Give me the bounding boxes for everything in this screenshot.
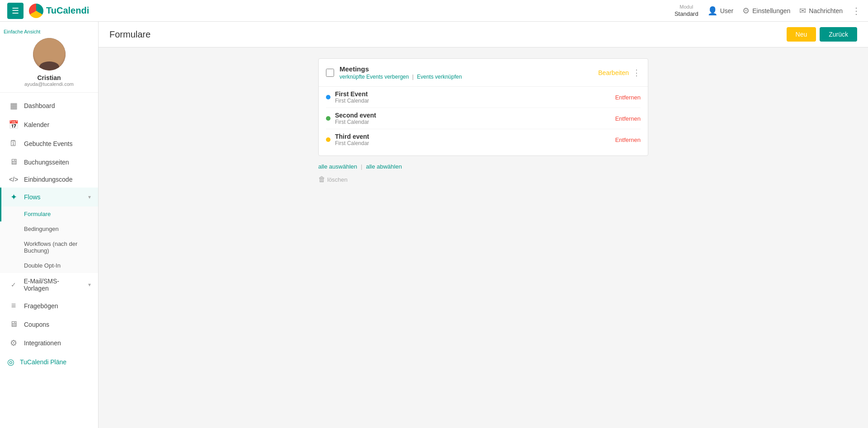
nachrichten-nav-item[interactable]: ✉ Nachrichten xyxy=(799,6,843,16)
trash-icon: 🗑 xyxy=(318,175,326,183)
page-title: Formulare xyxy=(109,29,151,40)
einstellungen-label: Einstellungen xyxy=(752,7,790,14)
event-name: First Event xyxy=(335,90,615,98)
form-card-events: First Event First Calendar Entfernen Sec… xyxy=(319,87,648,155)
code-icon: </> xyxy=(9,176,19,183)
sidebar-item-kalender[interactable]: 📅 Kalender xyxy=(0,115,98,134)
logo-area: TuCalendi xyxy=(29,4,89,18)
profile-email: ayuda@tucalendi.com xyxy=(24,81,74,87)
sidebar-item-workflows[interactable]: Workflows (nach der Buchung) xyxy=(0,236,98,258)
more-options-button[interactable]: ⋮ xyxy=(632,68,641,78)
gear-icon: ⚙ xyxy=(742,6,750,16)
sidebar-item-flows[interactable]: ✦ Flows ▾ xyxy=(0,188,98,207)
user-nav-item[interactable]: 👤 User xyxy=(708,6,734,16)
modul-value: Standard xyxy=(675,10,698,17)
user-icon: 👤 xyxy=(708,6,717,16)
sidebar-item-label: Dashboard xyxy=(24,102,55,109)
topnav-right: Modul Standard 👤 User ⚙ Einstellungen ✉ … xyxy=(675,4,861,18)
sidebar-item-double-opt-in[interactable]: Double Opt-In xyxy=(0,258,98,273)
modul-area: Modul Standard xyxy=(675,4,698,18)
dashboard-icon: ▦ xyxy=(9,101,19,111)
deselect-all-link[interactable]: alle abwählen xyxy=(366,163,402,170)
bottom-section: alle auswählen | alle abwählen 🗑 löschen xyxy=(318,163,648,183)
header-buttons: Neu Zurück xyxy=(787,27,857,42)
avatar xyxy=(33,38,66,71)
form-card-title: Meetings xyxy=(340,65,598,73)
hamburger-button[interactable]: ☰ xyxy=(7,3,24,19)
event-info: First Event First Calendar xyxy=(335,90,615,104)
sidebar: Einfache Ansicht Cristian ayuda@tucalend… xyxy=(0,22,99,428)
einfache-ansicht-link[interactable]: Einfache Ansicht xyxy=(4,29,40,34)
hide-events-link[interactable]: verknüpfte Events verbergen xyxy=(340,74,409,80)
event-calendar: First Calendar xyxy=(335,140,615,146)
neu-button[interactable]: Neu xyxy=(787,27,816,42)
bottom-actions: alle auswählen | alle abwählen xyxy=(318,163,648,170)
topnav-left: ☰ TuCalendi xyxy=(7,3,89,19)
sidebar-item-bedingungen[interactable]: Bedingungen xyxy=(0,221,98,236)
user-label: User xyxy=(720,7,734,14)
event-row: First Event First Calendar Entfernen xyxy=(326,87,641,108)
entfernen-button[interactable]: Entfernen xyxy=(615,94,641,101)
sidebar-item-label: Gebuchte Events xyxy=(24,140,72,147)
mail-icon: ✉ xyxy=(799,6,806,16)
sidebar-item-label: Fragebögen xyxy=(24,302,58,310)
chevron-down-icon: ▾ xyxy=(88,282,91,288)
form-card-title-area: Meetings verknüpfte Events verbergen | E… xyxy=(340,65,598,80)
sidebar-item-gebuchte-events[interactable]: 🗓 Gebuchte Events xyxy=(0,134,98,153)
sidebar-item-dashboard[interactable]: ▦ Dashboard xyxy=(0,96,98,115)
sidebar-item-coupons[interactable]: 🖥 Coupons xyxy=(0,315,98,334)
more-options-icon[interactable]: ⋮ xyxy=(852,5,861,16)
chevron-down-icon: ▾ xyxy=(88,194,91,200)
event-name: Second event xyxy=(335,112,615,119)
event-dot xyxy=(326,116,330,121)
nachrichten-label: Nachrichten xyxy=(809,7,843,14)
sidebar-item-tucalendi-plaene[interactable]: ◎ TuCalendi Pläne xyxy=(0,353,98,372)
plans-icon: ◎ xyxy=(7,357,14,367)
profile-name: Cristian xyxy=(37,74,61,81)
sidebar-item-integrationen[interactable]: ⚙ Integrationen xyxy=(0,334,98,353)
checkmark-icon: ✓ xyxy=(9,281,18,288)
bearbeiten-button[interactable]: Bearbeiten xyxy=(598,69,629,76)
entfernen-button[interactable]: Entfernen xyxy=(615,115,641,122)
sidebar-item-formulare[interactable]: Formulare xyxy=(0,207,98,221)
sidebar-item-buchungsseiten[interactable]: 🖥 Buchungsseiten xyxy=(0,153,98,171)
connect-events-link[interactable]: Events verknüpfen xyxy=(417,74,462,80)
events-icon: 🗓 xyxy=(9,139,19,148)
sidebar-item-label: Kalender xyxy=(24,121,49,128)
modul-label: Modul xyxy=(675,4,698,9)
sidebar-item-einbindungscode[interactable]: </> Einbindungscode xyxy=(0,171,98,188)
content-area: Formulare Neu Zurück Meetings verknüpfte… xyxy=(99,22,868,428)
event-dot xyxy=(326,95,330,99)
flows-submenu: Formulare Bedingungen Workflows (nach de… xyxy=(0,207,98,273)
form-card-meetings: Meetings verknüpfte Events verbergen | E… xyxy=(318,58,648,156)
divider: | xyxy=(361,163,362,170)
form-card-checkbox[interactable] xyxy=(326,69,334,77)
sidebar-item-label: Coupons xyxy=(24,321,49,328)
form-card-header: Meetings verknüpfte Events verbergen | E… xyxy=(319,59,648,87)
content-body: Meetings verknüpfte Events verbergen | E… xyxy=(99,47,868,428)
delete-label: löschen xyxy=(327,176,348,183)
sidebar-navigation: ▦ Dashboard 📅 Kalender 🗓 Gebuchte Events… xyxy=(0,93,98,428)
sidebar-item-label: Einbindungscode xyxy=(24,176,72,183)
event-calendar: First Calendar xyxy=(335,119,615,125)
event-info: Second event First Calendar xyxy=(335,112,615,125)
content-header: Formulare Neu Zurück xyxy=(99,22,868,47)
booking-icon: 🖥 xyxy=(9,157,19,167)
main-layout: Einfache Ansicht Cristian ayuda@tucalend… xyxy=(0,22,868,428)
sidebar-item-label: Buchungsseiten xyxy=(24,159,69,166)
entfernen-button[interactable]: Entfernen xyxy=(615,136,641,143)
zuruck-button[interactable]: Zurück xyxy=(820,27,857,42)
sidebar-item-label: Flows xyxy=(24,193,41,201)
event-name: Third event xyxy=(335,133,615,140)
einstellungen-nav-item[interactable]: ⚙ Einstellungen xyxy=(742,6,790,16)
event-info: Third event First Calendar xyxy=(335,133,615,146)
event-calendar: First Calendar xyxy=(335,98,615,104)
sidebar-item-frageboegen[interactable]: ≡ Fragebögen xyxy=(0,296,98,315)
event-row: Second event First Calendar Entfernen xyxy=(326,108,641,129)
integration-icon: ⚙ xyxy=(9,338,19,348)
event-dot xyxy=(326,137,330,142)
logo-icon xyxy=(29,4,43,18)
select-all-link[interactable]: alle auswählen xyxy=(318,163,357,170)
sidebar-item-email-sms[interactable]: ✓ E-Mail/SMS-Vorlagen ▾ xyxy=(0,273,98,296)
sidebar-item-label: Integrationen xyxy=(24,339,61,347)
